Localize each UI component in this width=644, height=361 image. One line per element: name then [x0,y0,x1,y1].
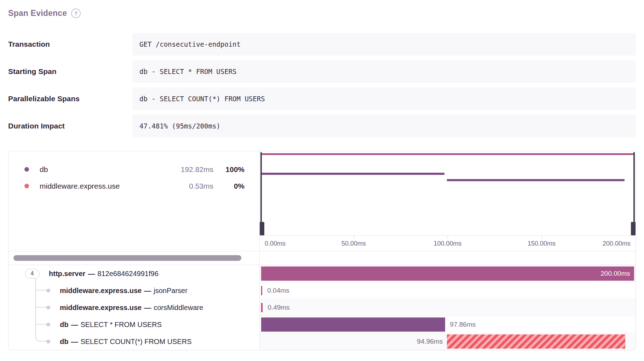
row-value: db - SELECT COUNT(*) FROM USERS [132,87,636,110]
span-waterfall-panel: db 192.82ms 100% middleware.express.use … [8,151,636,350]
minimap-span-db-select [262,173,444,175]
span-op: middleware.express.use [60,287,142,295]
row-label: Parallelizable Spans [8,87,132,110]
span-row-bar-cell: 200.00ms [259,265,636,282]
span-description: SELECT * FROM USERS [80,321,162,329]
minimap-right-grip[interactable] [631,222,636,235]
span-duration-label: 97.86ms [450,321,476,328]
span-duration-label: 200.00ms [600,270,630,277]
span-bar: 200.00ms [261,267,634,281]
span-count-badge[interactable]: 4 [25,269,40,279]
span-description: 812e684624991f96 [97,270,158,278]
span-tree-row-jsonparser[interactable]: middleware.express.use — jsonParser 0.04… [8,282,636,299]
tree-connector [35,282,47,291]
legend-row-db: db 192.82ms 100% [8,161,259,178]
legend-duration: 0.53ms [171,182,213,190]
tree-node-dot [46,323,50,327]
span-tree-row-corsmiddleware[interactable]: middleware.express.use — corsMiddleware … [8,299,636,316]
span-tree: 4 http.server — 812e684624991f96 200.00m… [8,265,636,350]
time-axis: 0.00ms 50.00ms 100.00ms 150.00ms 200.00m… [259,235,636,251]
span-row-bar-cell: 97.86ms [259,316,636,333]
minimap-left-grip[interactable] [260,222,264,235]
span-row-name-cell: 4 http.server — 812e684624991f96 [8,265,259,282]
legend-db-dot [24,167,29,172]
tree-connector [35,299,47,308]
axis-tick-label: 150.00ms [528,240,556,247]
span-description: jsonParser [154,287,188,295]
evidence-row-starting-span: Starting Span db - SELECT * FROM USERS [8,60,636,83]
span-bar [261,286,262,295]
span-bar [261,317,445,332]
span-row-bar-cell: 0.04ms [259,282,636,299]
row-label: Duration Impact [8,115,132,137]
span-row-bar-cell: 0.49ms [259,299,636,316]
span-separator: — [71,321,78,329]
axis-tickmark [542,236,542,239]
legend-row-middleware: middleware.express.use 0.53ms 0% [8,178,259,194]
legend-middleware-dot [24,184,29,188]
evidence-row-transaction: Transaction GET /consecutive-endpoint [8,33,636,56]
legend-name: middleware.express.use [40,182,171,190]
tree-connector [35,333,47,342]
tree-node-dot [46,340,50,344]
tree-connector [35,316,47,325]
axis-tick-label: 50.00ms [341,240,366,247]
horizontal-scrollbar-row [8,251,636,265]
minimap-left-edge[interactable] [260,152,262,222]
legend-percent: 0% [213,182,245,190]
tree-node-dot [46,306,50,310]
span-description: SELECT COUNT(*) FROM USERS [80,338,191,346]
span-row-bar-cell: 94.96ms [259,333,636,350]
legend-name: db [40,165,171,174]
span-tree-row-http-server[interactable]: 4 http.server — 812e684624991f96 200.00m… [8,265,636,282]
tree-connector [35,291,36,299]
axis-tick-label: 0.00ms [265,240,286,247]
span-evidence-page: Span Evidence ? Transaction GET /consecu… [0,0,644,350]
row-label: Starting Span [8,60,132,83]
span-separator: — [71,338,78,346]
axis-tickmark [448,236,448,239]
span-bar [261,303,263,312]
minimap-span-http-server [261,153,634,155]
tree-connector [35,325,36,333]
row-value: db - SELECT * FROM USERS [132,60,636,83]
minimap-right-edge[interactable] [633,152,635,222]
axis-tick-label: 100.00ms [433,240,461,247]
waterfall-top-section: db 192.82ms 100% middleware.express.use … [8,151,636,235]
span-duration-label: 0.04ms [267,287,289,294]
row-label: Transaction [8,33,132,56]
span-row-name-cell: middleware.express.use — corsMiddleware [8,299,259,316]
legend: db 192.82ms 100% middleware.express.use … [8,151,259,235]
section-header: Span Evidence ? [8,8,636,18]
span-row-name-cell: middleware.express.use — jsonParser [8,282,259,299]
axis-left-spacer [8,235,259,251]
span-op: db [60,338,68,346]
tree-connector [35,308,36,316]
scrollbar-right-spacer [259,251,636,265]
minimap-span-db-count [447,179,625,181]
legend-duration: 192.82ms [171,165,213,174]
span-separator: — [88,270,95,278]
help-icon[interactable]: ? [71,8,81,18]
span-duration-label: 94.96ms [417,338,443,345]
time-axis-row: 0.00ms 50.00ms 100.00ms 150.00ms 200.00m… [8,235,636,251]
span-op: http.server [49,270,85,278]
span-separator: — [144,287,151,295]
axis-tickmark [354,236,354,239]
span-bar-affected [447,334,625,349]
scrollbar-thumb[interactable] [13,255,241,261]
row-value: GET /consecutive-endpoint [132,33,636,56]
span-tree-row-db-select[interactable]: db — SELECT * FROM USERS 97.86ms [8,316,636,333]
tree-node-dot [46,289,50,293]
span-separator: — [144,304,151,312]
span-tree-row-db-count[interactable]: db — SELECT COUNT(*) FROM USERS 94.96ms [8,333,636,350]
axis-tick-label: 200.00ms [603,240,631,247]
minimap[interactable] [259,151,636,235]
span-description: corsMiddleware [154,304,203,312]
span-row-name-cell: db — SELECT * FROM USERS [8,316,259,333]
span-op: middleware.express.use [60,304,142,312]
span-op: db [60,321,68,329]
legend-percent: 100% [213,165,245,174]
horizontal-scrollbar[interactable] [8,251,259,265]
span-duration-label: 0.49ms [268,304,289,311]
